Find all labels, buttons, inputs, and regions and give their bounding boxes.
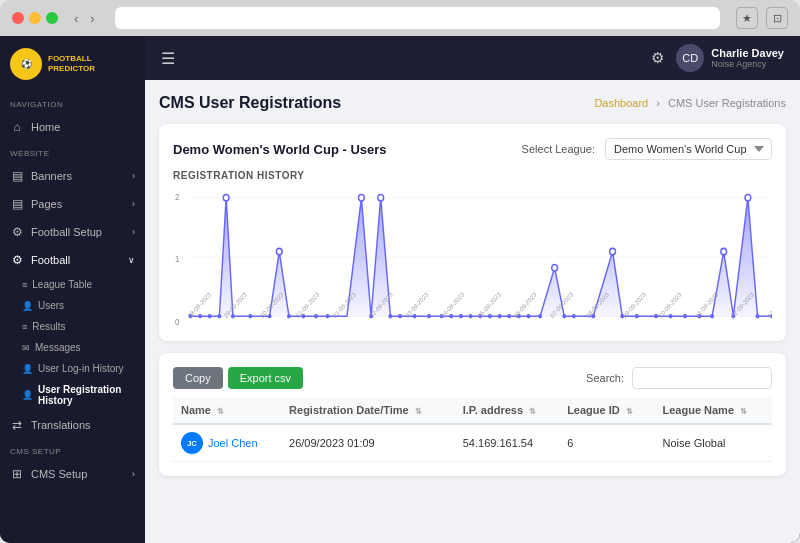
page-header: CMS User Registrations Dashboard › CMS U… <box>159 94 786 112</box>
nav-section-label: NAVIGATION <box>0 92 145 113</box>
main-content: ☰ ⚙ CD Charlie Davey Noise Agency <box>145 36 800 543</box>
user-menu[interactable]: CD Charlie Davey Noise Agency <box>676 44 784 72</box>
hamburger-icon[interactable]: ☰ <box>161 49 175 68</box>
copy-button[interactable]: Copy <box>173 367 223 389</box>
svg-point-27 <box>398 314 402 318</box>
sidebar-item-football-setup[interactable]: ⚙ Football Setup › <box>0 218 145 246</box>
sidebar-subitem-user-log-history[interactable]: 👤 User Log-in History <box>0 358 145 379</box>
sidebar-subitem-league-table[interactable]: ≡ League Table <box>0 274 145 295</box>
nav-buttons: ‹ › <box>70 9 99 28</box>
svg-point-19 <box>248 314 252 318</box>
chart-card-header: Demo Women's World Cup - Users Select Le… <box>173 138 772 160</box>
logo-icon: ⚽ <box>10 48 42 80</box>
sidebar-item-home[interactable]: ⌂ Home <box>0 113 145 141</box>
minimize-button[interactable] <box>29 12 41 24</box>
pages-icon: ▤ <box>10 197 24 211</box>
svg-point-13 <box>745 195 751 201</box>
svg-text:0: 0 <box>175 317 180 326</box>
chart-container: 2 1 0 <box>173 187 772 327</box>
registration-chart: 2 1 0 <box>173 187 772 327</box>
sidebar-subitem-results[interactable]: ≡ Results <box>0 316 145 337</box>
svg-text:03-09-2023: 03-09-2023 <box>404 290 430 319</box>
cell-ip: 54.169.161.54 <box>455 424 559 462</box>
svg-point-42 <box>572 314 576 318</box>
svg-text:1: 1 <box>175 255 180 264</box>
cms-setup-icon: ⊞ <box>10 467 24 481</box>
svg-point-35 <box>488 314 492 318</box>
share-button[interactable]: ⊡ <box>766 7 788 29</box>
subitem-label: Results <box>32 321 65 332</box>
sidebar-subitem-users[interactable]: 👤 Users <box>0 295 145 316</box>
users-icon: 👤 <box>22 301 33 311</box>
svg-point-28 <box>413 314 417 318</box>
sidebar-item-cms-setup[interactable]: ⊞ CMS Setup › <box>0 460 145 488</box>
search-input[interactable] <box>632 367 772 389</box>
cell-reg-date: 26/09/2023 01:09 <box>281 424 455 462</box>
gear-icon[interactable]: ⚙ <box>651 49 664 67</box>
content-area: CMS User Registrations Dashboard › CMS U… <box>145 80 800 543</box>
banners-icon: ▤ <box>10 169 24 183</box>
forward-button[interactable]: › <box>86 9 98 28</box>
chart-card: Demo Women's World Cup - Users Select Le… <box>159 124 786 341</box>
chevron-right-icon: › <box>132 469 135 479</box>
col-league-id[interactable]: League ID ⇅ <box>559 397 654 424</box>
chart-section-label: REGISTRATION HISTORY <box>173 170 772 181</box>
svg-point-15 <box>198 314 202 318</box>
export-csv-button[interactable]: Export csv <box>228 367 303 389</box>
chevron-down-icon: ∨ <box>128 255 135 265</box>
close-button[interactable] <box>12 12 24 24</box>
sidebar-item-label: Home <box>31 121 60 133</box>
content-topbar: ☰ ⚙ CD Charlie Davey Noise Agency <box>145 36 800 80</box>
svg-point-39 <box>527 314 531 318</box>
log-history-icon: 👤 <box>22 364 33 374</box>
svg-point-23 <box>314 314 318 318</box>
svg-point-48 <box>683 314 687 318</box>
breadcrumb: Dashboard › CMS User Registrations <box>594 97 786 109</box>
svg-point-12 <box>721 248 727 254</box>
address-bar[interactable] <box>115 7 720 29</box>
browser-titlebar: ‹ › ★ ⊡ <box>0 0 800 36</box>
svg-point-45 <box>635 314 639 318</box>
sidebar-item-translations[interactable]: ⇄ Translations <box>0 411 145 439</box>
maximize-button[interactable] <box>46 12 58 24</box>
bookmark-button[interactable]: ★ <box>736 7 758 29</box>
league-select[interactable]: Demo Women's World CupPremier LeagueLa L… <box>605 138 772 160</box>
avatar: CD <box>676 44 704 72</box>
svg-point-40 <box>538 314 542 318</box>
header-row: Name ⇅ Registration Date/Time ⇅ I.P. add… <box>173 397 772 424</box>
sidebar-logo: ⚽ FOOTBALL PREDICTOR <box>0 36 145 92</box>
col-league-name[interactable]: League Name ⇅ <box>654 397 772 424</box>
sidebar-item-label: Translations <box>31 419 91 431</box>
svg-point-33 <box>469 314 473 318</box>
col-ip[interactable]: I.P. address ⇅ <box>455 397 559 424</box>
sidebar-item-banners[interactable]: ▤ Banners › <box>0 162 145 190</box>
sort-icon: ⇅ <box>217 407 224 416</box>
table-card: Copy Export csv Search: Name <box>159 353 786 476</box>
svg-point-24 <box>326 314 330 318</box>
user-name-link[interactable]: Joel Chen <box>208 437 258 449</box>
sort-icon: ⇅ <box>626 407 633 416</box>
col-name[interactable]: Name ⇅ <box>173 397 281 424</box>
breadcrumb-home[interactable]: Dashboard <box>594 97 648 109</box>
sort-icon: ⇅ <box>415 407 422 416</box>
svg-point-32 <box>459 314 463 318</box>
subitem-label: Messages <box>35 342 81 353</box>
browser-window: ‹ › ★ ⊡ ⚽ FOOTBALL PREDICTOR NAVIGATION … <box>0 0 800 543</box>
select-label: Select League: <box>522 143 595 155</box>
sidebar-subitem-messages[interactable]: ✉ Messages <box>0 337 145 358</box>
traffic-lights <box>12 12 58 24</box>
col-reg-date[interactable]: Registration Date/Time ⇅ <box>281 397 455 424</box>
table-toolbar: Copy Export csv Search: <box>173 367 772 389</box>
sort-icon: ⇅ <box>740 407 747 416</box>
svg-point-41 <box>562 314 566 318</box>
sidebar-item-pages[interactable]: ▤ Pages › <box>0 190 145 218</box>
sidebar-subitem-user-registration-history[interactable]: 👤 User Registration History <box>0 379 145 411</box>
breadcrumb-current: CMS User Registrations <box>668 97 786 109</box>
sidebar-item-football[interactable]: ⚙ Football ∨ <box>0 246 145 274</box>
football-submenu: ≡ League Table 👤 Users ≡ Results ✉ Messa… <box>0 274 145 411</box>
back-button[interactable]: ‹ <box>70 9 82 28</box>
messages-icon: ✉ <box>22 343 30 353</box>
svg-point-50 <box>710 314 714 318</box>
table-row: JC Joel Chen 26/09/2023 01:09 54.169.161… <box>173 424 772 462</box>
svg-point-31 <box>449 314 453 318</box>
